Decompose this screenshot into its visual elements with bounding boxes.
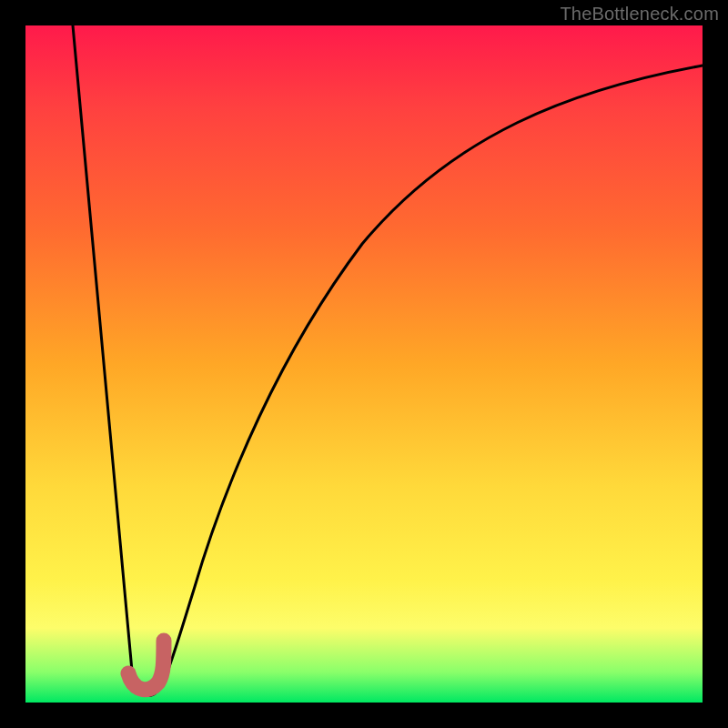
plot-area bbox=[25, 25, 703, 703]
curve-layer bbox=[25, 25, 703, 703]
bottleneck-curve bbox=[73, 25, 703, 695]
watermark-text: TheBottleneck.com bbox=[560, 4, 719, 25]
highlight-j-marker bbox=[128, 641, 164, 690]
chart-frame: TheBottleneck.com bbox=[0, 0, 728, 728]
